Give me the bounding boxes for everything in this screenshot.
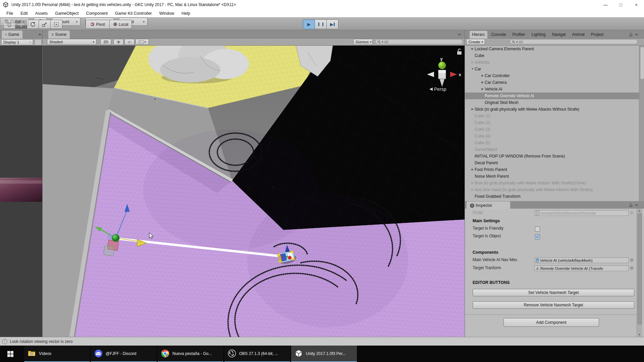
hierarchy-item[interactable]: Original Skid Mesh [465, 99, 639, 106]
panel-menu-icon[interactable]: ▾≡ [635, 203, 638, 207]
hierarchy-item[interactable]: Cube (5) [465, 139, 639, 146]
tab-animat[interactable]: Animat [570, 31, 587, 39]
tab-hierarc[interactable]: Hierarc [470, 31, 487, 39]
hierarchy-item[interactable]: INITIAL POP UP WINDOW (Remove From Scene… [465, 153, 639, 160]
lock-icon[interactable] [629, 203, 633, 207]
foldout-icon[interactable]: ▶ [470, 180, 475, 186]
tab-lighting[interactable]: Lighting [529, 31, 548, 39]
menu-game-kit-controller[interactable]: Game Kit Controller [111, 9, 156, 17]
hierarchy-item[interactable]: Remote Override Vehicle AI [465, 93, 639, 99]
hierarchy-item[interactable]: ▶Stick (to grab physically with Melee At… [465, 106, 639, 113]
local-button[interactable]: Local [110, 20, 132, 29]
foldout-icon[interactable]: ▶ [470, 166, 475, 173]
menu-window[interactable]: Window [156, 9, 178, 17]
target-is-friendly-checkbox[interactable] [535, 227, 540, 232]
tab-console[interactable]: Console [489, 31, 508, 39]
tab-scene[interactable]: # Scene [48, 31, 70, 39]
hierarchy-item[interactable]: ▶Axe One Hand (to grab physically with M… [465, 186, 639, 193]
persp-label[interactable]: Persp [434, 86, 446, 92]
gizmos-dropdown[interactable]: Gizmos▾ [353, 39, 373, 45]
scene-viewport[interactable]: y x Persp [43, 46, 465, 337]
collab-button[interactable]: Collab▾ [0, 17, 29, 26]
taskbar-item-folder[interactable]: Vídeos [24, 346, 90, 362]
script-field[interactable]: remoteVehicleNavmeshOverride [534, 210, 629, 216]
hierarchy-item[interactable]: Decal Parent [465, 160, 639, 166]
object-picker-icon[interactable]: ◎ [630, 257, 633, 262]
hierarchy-item[interactable]: Cube [465, 52, 639, 59]
hierarchy-scrollbar[interactable] [639, 46, 644, 201]
statusbar[interactable]: ! Look rotation viewing vector is zero [0, 337, 644, 346]
scrollbar-thumb[interactable] [638, 213, 642, 324]
scroll-up-icon[interactable]: ▲ [637, 209, 642, 212]
hierarchy-item[interactable]: ▶Locked Camera Elements Parent [465, 46, 639, 52]
2d-toggle[interactable]: 2D [100, 39, 111, 45]
inspector-scrollbar[interactable]: ▲ ▼ [637, 208, 642, 337]
menu-file[interactable]: File [3, 9, 17, 17]
scale-tool-button[interactable] [39, 20, 51, 29]
hierarchy-search-input[interactable]: ▾ All [509, 39, 638, 44]
hierarchy-item[interactable]: GameObject [465, 146, 639, 153]
rotate-tool-button[interactable] [27, 20, 39, 29]
scene-search-input[interactable]: ▾ All [375, 39, 463, 44]
hierarchy-item[interactable]: ▼Car [465, 66, 639, 72]
add-component-button[interactable]: Add Component [503, 318, 599, 327]
start-button[interactable] [0, 346, 21, 362]
play-button[interactable]: ▶ [303, 19, 315, 29]
panel-menu-icon[interactable]: ▾≡ [39, 33, 41, 36]
remove-vehicle-navmesh-target-button[interactable]: Remove Vehicle Navmesh Target [473, 301, 634, 309]
shading-mode-dropdown[interactable]: Shaded▾ [47, 39, 97, 45]
foldout-icon[interactable]: ▶ [480, 86, 485, 93]
taskbar-item-obs[interactable]: OBS 27.1.3 (64-bit, ... [224, 346, 290, 362]
y-axis-sph[interactable] [438, 62, 446, 69]
hierarchy-item[interactable]: ▶Car Camera [465, 79, 639, 86]
audio-toggle[interactable] [124, 39, 135, 45]
hierarchy-item[interactable]: Noise Mesh Parent [465, 173, 639, 180]
taskbar-item-unity[interactable]: Unity 2017.1.0f3 Per... [291, 346, 357, 362]
pause-button[interactable] [315, 19, 327, 29]
hierarchy-item[interactable]: Cube (4) [465, 133, 639, 139]
foldout-icon[interactable]: ▶ [470, 59, 475, 66]
maximize-button[interactable]: □ [613, 0, 629, 9]
menu-edit[interactable]: Edit [17, 9, 32, 17]
panel-menu-icon[interactable]: ▾≡ [458, 33, 461, 36]
foldout-icon[interactable]: ▶ [470, 186, 475, 193]
hierarchy-item[interactable]: ▶Car Controller [465, 72, 639, 79]
menu-help[interactable]: Help [178, 9, 194, 17]
tab-navigat[interactable]: Navigat [550, 31, 568, 39]
tab-game[interactable]: ◖ Game [2, 31, 22, 39]
foldout-icon[interactable]: ▶ [480, 79, 485, 86]
main-vehicle-ai-nav-mes-field[interactable]: Vehicle AI (vehicleAINavMesh) [534, 257, 629, 263]
menu-component[interactable]: Component [82, 9, 111, 17]
panel-menu-icon[interactable]: ▾≡ [635, 33, 638, 36]
scrollbar-thumb[interactable] [640, 47, 644, 79]
hierarchy-item[interactable]: Fixed Grabbed Transform [465, 193, 639, 200]
target-is-object-checkbox[interactable]: ✓ [535, 234, 540, 239]
foldout-icon[interactable]: ▶ [480, 72, 485, 79]
target-tranform-field[interactable]: Remote Override Vehicle AI (Transfo [534, 265, 629, 271]
tab-profiler[interactable]: Profiler [510, 31, 528, 39]
close-button[interactable]: × [629, 0, 644, 9]
pivot-button[interactable]: Pivot [86, 20, 110, 29]
lock-icon[interactable] [629, 32, 633, 37]
game-view[interactable] [0, 46, 42, 337]
hierarchy-item[interactable]: Cube (3) [465, 126, 639, 133]
taskbar-item-discord[interactable]: @FJFF - Discord [91, 346, 157, 362]
hierarchy-item[interactable]: ▶Foot Prints Parent [465, 166, 639, 173]
foldout-icon[interactable]: ▶ [470, 46, 475, 52]
foldout-open-icon[interactable]: ▼ [470, 66, 475, 72]
step-button[interactable]: ▶ [327, 19, 338, 29]
hierarchy-item[interactable]: Cube (2) [465, 119, 639, 126]
gizmo-center-handle[interactable] [112, 234, 119, 242]
create-dropdown[interactable]: Create▾ [466, 39, 485, 45]
menu-gameobject[interactable]: GameObject [51, 9, 82, 17]
object-picker-icon[interactable]: ◎ [630, 265, 633, 270]
effects-dropdown[interactable]: ▾ [136, 39, 149, 45]
taskbar-item-chrome[interactable]: SNueva pestaña - Go... [158, 346, 223, 362]
hierarchy-item[interactable]: ▶Vehicle AI [465, 86, 639, 93]
hierarchy-item[interactable]: ▶Vehicles [465, 59, 639, 66]
rect-tool-button[interactable] [51, 20, 62, 29]
foldout-icon[interactable]: ▶ [470, 106, 475, 113]
minimize-button[interactable]: — [598, 0, 613, 9]
display-dropdown[interactable]: Display 1 ↕ [1, 39, 33, 45]
lighting-toggle[interactable] [113, 39, 123, 45]
